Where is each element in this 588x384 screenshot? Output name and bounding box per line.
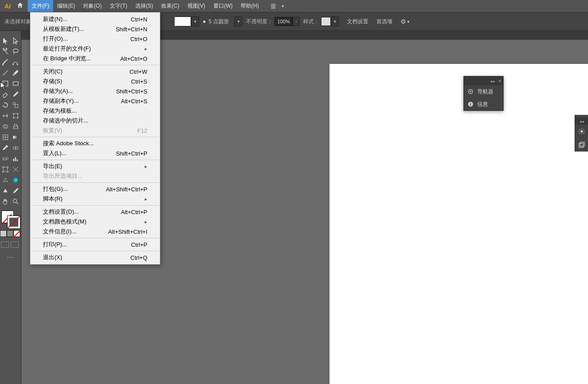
menu-编辑e[interactable]: 编辑(E) [53,0,79,12]
menu-item-搜索AdobeStock[interactable]: 搜索 Adobe Stock... [30,139,160,148]
gear-icon[interactable]: ⚙ [400,18,406,25]
opacity-label: 不透明度： [246,18,273,25]
tool-perspective[interactable] [11,121,21,132]
tool-measure[interactable] [11,186,21,196]
stroke-swatch-tool[interactable] [8,216,20,228]
style-swatch[interactable] [321,17,331,26]
tool-line[interactable] [0,68,11,78]
panel-close-icon[interactable]: ✕ [498,79,501,84]
color-none[interactable] [13,230,20,237]
menu-选择s[interactable]: 选择(S) [131,0,157,12]
menu-item-存储为A[interactable]: 存储为(A)...Shift+Ctrl+S [30,86,160,96]
document-setup-link[interactable]: 文档设置 [347,18,368,25]
layers-icon[interactable] [575,138,588,152]
menu-item-文档设置D[interactable]: 文档设置(D)...Alt+Ctrl+P [30,207,160,217]
tool-shape-builder[interactable] [0,121,11,132]
menu-item-新建N[interactable]: 新建(N)...Ctrl+N [30,14,160,24]
sun-icon[interactable] [575,125,588,138]
menu-帮助h[interactable]: 帮助(H) [237,0,263,12]
menu-item-退出X[interactable]: 退出(X)Ctrl+Q [30,253,160,262]
menu-item-文档颜色模式M[interactable]: 文档颜色模式(M) [30,217,160,227]
edit-toolbar[interactable]: ⋯ [0,253,21,262]
artboard[interactable] [329,64,588,384]
tool-eyedropper[interactable] [0,143,11,153]
menu-item-最近打开的文件F[interactable]: 最近打开的文件(F) [30,44,160,54]
tool-column-graph[interactable] [11,153,21,164]
screen-normal[interactable] [1,241,9,248]
workspace-switcher[interactable]: ▾ [271,4,284,9]
tool-rectangle[interactable] [11,78,21,89]
menu-item-置入L[interactable]: 置入(L)...Shift+Ctrl+P [30,148,160,158]
tool-lasso[interactable] [11,46,21,57]
panel-item-信息[interactable]: 信息 [464,98,503,110]
tool-artboard[interactable] [0,164,11,175]
tool-magic-wand[interactable] [0,46,11,57]
menu-item-关闭C[interactable]: 关闭(C)Ctrl+W [30,67,160,76]
style-dropdown[interactable]: ▾ [331,17,339,26]
tool-free-transform[interactable] [11,110,21,121]
menu-item-存储S[interactable]: 存储(S)Ctrl+S [30,76,160,86]
tool-paintbrush[interactable] [11,68,21,78]
tool-pen[interactable] [0,57,11,68]
tool-symbol-sprayer[interactable] [0,153,11,164]
tool-curvature[interactable] [11,57,21,68]
menu-item-label: 文件信息(I)... [43,228,76,236]
svg-rect-28 [3,167,8,172]
tool-mesh[interactable] [0,132,11,143]
menu-item-打开O[interactable]: 打开(O)...Ctrl+O [30,34,160,44]
tool-fg-indicator[interactable] [0,175,11,186]
menu-文字t[interactable]: 文字(T) [106,0,131,12]
menu-对象o[interactable]: 对象(O) [79,0,105,12]
tool-bg-indicator[interactable] [11,175,21,186]
color-gradient[interactable] [7,230,13,237]
menu-视图v[interactable]: 视图(V) [183,0,209,12]
menu-item-存储为模板[interactable]: 存储为模板... [30,106,160,116]
tool-live-paint[interactable] [0,186,11,196]
tool-shaper[interactable] [0,78,11,89]
tool-slice[interactable] [11,164,21,175]
color-solid[interactable] [0,230,7,237]
tool-hand[interactable] [0,196,11,207]
menu-item-导出E[interactable]: 导出(E) [30,161,160,171]
panel-collapse-icon[interactable]: ▸▸ [491,79,495,84]
screen-full[interactable] [11,241,19,248]
tool-pencil[interactable] [11,89,21,100]
panel-item-导航器[interactable]: 导航器 [464,85,503,98]
menu-item-在Bridge中浏览[interactable]: 在 Bridge 中浏览...Alt+Ctrl+O [30,54,160,63]
menu-item-文件信息I[interactable]: 文件信息(I)...Alt+Shift+Ctrl+I [30,227,160,236]
fill-swatch[interactable] [174,17,191,26]
tool-rotate[interactable] [0,100,11,110]
tool-gradient[interactable] [11,132,21,143]
opacity-input[interactable]: 100% [275,17,292,26]
menu-item-存储选中的切片[interactable]: 存储选中的切片... [30,116,160,126]
fill-stroke-control[interactable] [0,210,21,229]
stroke-dropdown[interactable]: ▾ [234,17,242,26]
menu-文件f[interactable]: 文件(F) [28,0,53,12]
menu-item-label: 置入(L)... [43,149,67,157]
stroke-preset[interactable]: 5 点圆形 [209,18,234,25]
menu-item-打包G[interactable]: 打包(G)...Alt+Shift+Ctrl+P [30,184,160,194]
opacity-arrow[interactable]: › [292,17,300,26]
svg-rect-35 [470,104,471,106]
menu-item-从模板新建T[interactable]: 从模板新建(T)...Shift+Ctrl+N [30,24,160,34]
fill-dropdown[interactable]: ▾ [191,17,199,26]
menu-item-shortcut: Shift+Ctrl+N [116,26,147,33]
preferences-link[interactable]: 首选项 [376,18,392,25]
tool-eraser[interactable] [0,89,11,100]
tool-blend[interactable] [11,143,21,153]
menu-效果c[interactable]: 效果(C) [157,0,183,12]
panel-header[interactable]: ▸▸ ✕ [464,76,503,85]
dock-collapse[interactable]: ◂◂ [575,118,588,125]
menu-separator [31,205,159,206]
home-button[interactable] [13,2,28,10]
tool-selection[interactable] [0,35,11,46]
menu-item-打印P[interactable]: 打印(P)...Ctrl+P [30,240,160,249]
tool-zoom[interactable] [11,196,21,207]
menu-窗口w[interactable]: 窗口(W) [209,0,237,12]
svg-rect-5 [13,82,18,85]
menu-item-脚本R[interactable]: 脚本(R) [30,194,160,204]
tool-width[interactable] [0,110,11,121]
tool-direct-selection[interactable] [11,35,21,46]
menu-item-存储副本Y[interactable]: 存储副本(Y)...Alt+Ctrl+S [30,96,160,106]
tool-scale[interactable] [11,100,21,110]
